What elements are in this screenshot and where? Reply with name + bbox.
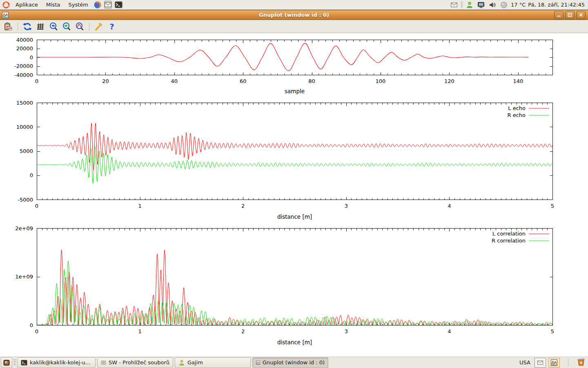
panel-right: 17 °C Pá, 18. září, 21:42:45 (450, 0, 588, 9)
window-controls (554, 11, 588, 19)
tick-label: 80 (308, 78, 315, 84)
options-button[interactable] (93, 21, 105, 32)
toolbar-separator (18, 22, 18, 31)
gnuplot-canvas[interactable]: 020406080100120140-40000-200000200004000… (0, 33, 588, 357)
legend-label: R correlation (492, 238, 526, 244)
plot-1-axes (37, 40, 553, 75)
zoom-previous-button[interactable] (48, 21, 59, 32)
axis-label: distance [m] (277, 339, 312, 346)
series-path (37, 250, 552, 325)
firefox-launcher-icon[interactable] (93, 0, 102, 9)
menu-system[interactable]: Systém (65, 1, 91, 9)
panel-left: Aplikace Místa Systém (0, 0, 123, 9)
task-terminal[interactable]: kaklik@kaklik-kolej-u... (17, 357, 96, 368)
minimize-button[interactable] (554, 11, 564, 19)
tick-label: 5 (551, 203, 554, 209)
tick-label: 1 (138, 203, 141, 209)
tick-label: 5000 (20, 148, 33, 154)
task-label: Gajim (187, 359, 203, 366)
tick-label: 20 (102, 78, 109, 84)
svg-text:?: ? (109, 22, 114, 31)
mail-tray-icon[interactable] (535, 358, 546, 368)
terminal-launcher-icon[interactable] (114, 0, 123, 9)
legend-label: L correlation (492, 231, 526, 237)
tick-label: 0 (30, 54, 33, 61)
axis-label: distance [m] (277, 213, 312, 220)
tick-label: 0 (30, 322, 33, 328)
notification-area-handle (461, 2, 463, 8)
volume-icon[interactable] (488, 0, 497, 9)
mail-notification-icon[interactable] (450, 0, 459, 9)
plot-2-axes (37, 103, 553, 200)
tick-label: 2 (241, 203, 245, 209)
gnuplot-icon (256, 359, 260, 366)
tray-separator (568, 359, 568, 367)
zoom-next-button[interactable] (61, 21, 72, 32)
keyboard-layout-indicator[interactable]: USA (519, 359, 530, 366)
tick-label: -40000 (14, 72, 33, 78)
tick-label: 0 (35, 203, 38, 209)
toolbar-separator (89, 22, 89, 31)
tick-label: 40000 (16, 37, 33, 43)
tick-label: 4 (448, 328, 451, 334)
tick-label: 4 (448, 203, 451, 209)
legend-label: R echo (507, 112, 526, 118)
close-button[interactable] (576, 11, 586, 19)
series-path (37, 147, 552, 184)
window-title: Gnuplot (window id : 0) (0, 12, 588, 18)
tick-label: 140 (513, 78, 523, 84)
menu-places[interactable]: Místa (43, 1, 64, 9)
tick-label: 0 (35, 78, 38, 84)
help-button[interactable]: ? (106, 21, 118, 32)
task-label: SW - Prohlížeč souborů (109, 359, 169, 366)
tick-label: 15000 (16, 100, 33, 106)
show-desktop-button[interactable] (1, 357, 12, 368)
remote-desktop-icon[interactable] (477, 0, 486, 9)
file-manager-icon (101, 359, 106, 366)
task-gajim[interactable]: Gajim (175, 357, 251, 368)
top-panel: Aplikace Místa Systém (0, 0, 588, 10)
desktop: Aplikace Místa Systém (0, 0, 588, 368)
task-file-manager[interactable]: SW - Prohlížeč souborů (97, 357, 173, 368)
plot-2-series (37, 123, 552, 184)
trash-icon[interactable] (577, 357, 586, 368)
tick-label: 5 (551, 328, 554, 334)
tick-label: 100 (376, 78, 386, 84)
tick-label: 3 (345, 203, 348, 209)
series-path (37, 43, 528, 71)
tick-label: 120 (444, 78, 454, 84)
tick-label: 1 (138, 328, 141, 334)
tick-label: 60 (240, 78, 247, 84)
tick-label: -5000 (18, 197, 33, 203)
grid-button[interactable] (35, 21, 46, 32)
tick-label: 40 (171, 78, 178, 84)
weather-icon[interactable] (499, 0, 508, 9)
gajim-status-icon[interactable] (465, 0, 474, 9)
plot-2-labels: 012345-5000050001000015000distance [m]L … (16, 100, 555, 220)
legend-label: L echo (508, 105, 526, 111)
plot-3-axes (37, 229, 553, 325)
plot-1-series (37, 43, 528, 71)
maximize-button[interactable] (565, 11, 575, 19)
plot-1-labels: 020406080100120140-40000-200000200004000… (14, 37, 523, 95)
copy-to-clipboard-button[interactable] (2, 21, 14, 32)
gnuplot-window: Gnuplot (window id : 0) (0, 10, 588, 357)
gajim-icon (178, 359, 185, 366)
ubuntu-menu-icon[interactable] (2, 0, 11, 9)
plots-svg: 020406080100120140-40000-200000200004000… (0, 33, 588, 357)
titlebar[interactable]: Gnuplot (window id : 0) (0, 10, 588, 20)
mail-launcher-icon[interactable] (104, 0, 113, 9)
series-path (37, 123, 552, 170)
terminal-icon (21, 359, 27, 366)
taskbar: kaklik@kaklik-kolej-u... SW - Prohlížeč … (0, 357, 588, 368)
gnuplot-tray-icon[interactable] (548, 358, 560, 368)
refresh-button[interactable] (22, 21, 33, 32)
task-label: kaklik@kaklik-kolej-u... (30, 359, 90, 366)
tick-label: 3 (345, 328, 348, 334)
menu-applications[interactable]: Aplikace (12, 1, 41, 9)
tasklist-handle (14, 359, 16, 366)
temperature-label: 17 °C (511, 2, 526, 8)
panel-clock[interactable]: Pá, 18. září, 21:42:45 (528, 2, 585, 8)
autoscale-button[interactable] (74, 21, 85, 32)
task-gnuplot[interactable]: Gnuplot (window id : 0) (252, 357, 328, 368)
